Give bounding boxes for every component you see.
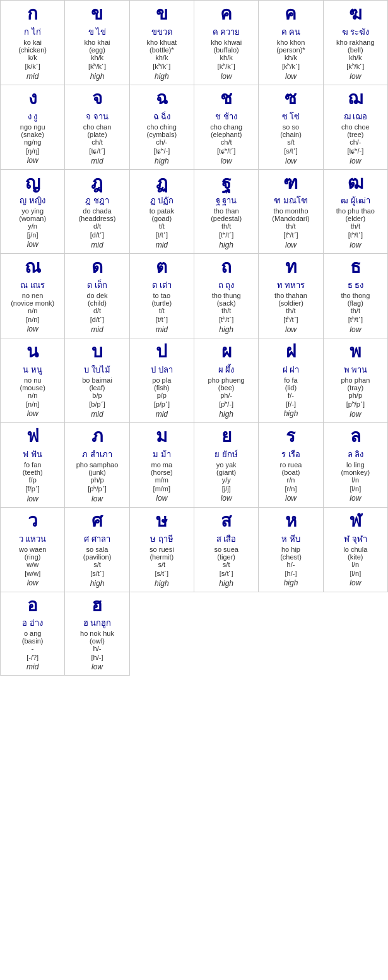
consonant-cell: ซ ซ โซ่ so so (chain) s/t [s/tʼ] low (259, 85, 323, 170)
consonant-cell: ฝ ฝ ฝา fo fa (lid) f/- [f/-] high (259, 338, 323, 423)
roman-name: cho ching (132, 123, 191, 131)
sound: th/t (326, 222, 385, 230)
thai-name: ย ยักษ์ (197, 448, 256, 461)
consonant-cell: ผ ผ ผึ้ง pho phueng (bee) ph/- [pʰ/-] hi… (194, 338, 259, 423)
consonant-cell: ฒ ฒ ผู้เฒ่า tho phu thao (elder) th/t [t… (324, 170, 388, 254)
ipa: [f/pʼ] (3, 485, 62, 493)
roman-name: bo baimai (68, 376, 126, 384)
meaning: (chicken) (3, 46, 62, 54)
tone: high (197, 579, 256, 588)
roman-name: no nu (3, 376, 62, 384)
sound: ch/t (197, 138, 256, 146)
tone: mid (68, 157, 126, 165)
consonant-cell: ม ม ม้า mo ma (horse) m/m [m/m] low (130, 423, 194, 508)
thai-name: ฉ ฉิ่ง (132, 110, 191, 123)
roman-name: lo chula (326, 546, 385, 553)
consonant-cell: ฎ ฎ ชฎา do chada (headdress) d/t [d/tʼ] … (65, 170, 129, 254)
tone: low (3, 156, 62, 165)
thai-large: ท (261, 258, 320, 277)
tone: low (261, 325, 320, 334)
thai-name: ม ม้า (132, 448, 191, 461)
thai-name: ท ทหาร (261, 278, 320, 292)
consonant-cell: ศ ศ ศาลา so sala (pavilion) s/t [s/tʼ] h… (65, 508, 129, 592)
meaning: (lid) (261, 384, 320, 391)
roman-name: do chada (68, 207, 126, 215)
meaning: (owl) (68, 637, 126, 645)
ipa: [h/-] (261, 570, 320, 577)
sound: w/w (3, 561, 62, 568)
roman-name: cho chang (197, 123, 256, 131)
thai-large: ซ (261, 89, 320, 109)
meaning: (junk) (68, 469, 126, 476)
roman-name: fo fa (261, 376, 320, 384)
thai-large: อ (3, 596, 62, 616)
roman-name: kho khuat (132, 39, 191, 46)
meaning: (mouse) (3, 384, 62, 391)
thai-large: พ (326, 342, 385, 362)
sound: y/y (197, 476, 256, 484)
meaning: (flag) (326, 299, 385, 307)
thai-name: ซ โซ่ (261, 110, 320, 123)
roman-name: kho khon (261, 39, 320, 46)
meaning: (tray) (326, 384, 385, 391)
ipa: [n/n] (3, 316, 62, 323)
ipa: [l/n] (326, 570, 385, 577)
roman-name: tho phu thao (326, 207, 385, 215)
tone: low (326, 578, 385, 587)
tone: low (261, 494, 320, 503)
sound: kh/k (68, 54, 126, 61)
ipa: [b/pʼ] (68, 400, 126, 409)
tone: low (197, 72, 256, 81)
ipa: [r/n] (261, 485, 320, 493)
thai-large: ส (197, 511, 256, 531)
meaning: (egg) (68, 46, 126, 54)
thai-large: ช (197, 89, 256, 109)
consonant-cell: ย ย ยักษ์ yo yak (giant) y/y [j/j] low (194, 423, 259, 508)
tone: high (68, 72, 126, 81)
thai-name: ฐ ฐาน (197, 194, 256, 207)
meaning: (snake) (3, 131, 62, 138)
sound: ph/- (197, 391, 256, 399)
ipa: [l/n] (326, 485, 385, 493)
tone: high (261, 578, 320, 587)
consonant-cell: ร ร เรือ ro ruea (boat) r/n [r/n] low (259, 423, 323, 508)
meaning: (elder) (326, 215, 385, 222)
sound: th/t (326, 307, 385, 314)
roman-name: tho thahan (261, 292, 320, 299)
thai-name: ธ ธง (326, 278, 385, 292)
thai-large: น (3, 342, 62, 362)
thai-large: ข (132, 4, 191, 24)
thai-name: ษ ฤาษี (132, 532, 191, 546)
meaning: (bottle)* (132, 46, 191, 54)
tone: mid (3, 662, 62, 671)
sound: th/t (197, 307, 256, 314)
thai-name: ถ ถุง (197, 278, 256, 292)
meaning: (woman) (3, 215, 62, 222)
consonant-cell: ฐ ฐ ฐาน tho than (pedestal) th/t [tʰ/tʼ]… (194, 170, 259, 254)
sound: - (3, 645, 62, 652)
sound: s/t (68, 561, 126, 568)
meaning: (tiger) (197, 553, 256, 561)
tone: low (3, 494, 62, 503)
meaning: (sack) (197, 299, 256, 307)
tone: high (132, 157, 191, 165)
thai-large: ร (261, 427, 320, 446)
roman-name: to tao (132, 292, 191, 299)
roman-name: pho phueng (197, 376, 256, 384)
meaning: (teeth) (3, 469, 62, 476)
sound: kh/k (197, 54, 256, 61)
sound: l/n (326, 476, 385, 484)
tone: high (197, 241, 256, 249)
consonant-cell: ถ ถ ถุง tho thung (sack) th/t [tʰ/tʼ] hi… (194, 254, 259, 338)
ipa: [s/tʼ] (132, 570, 191, 578)
roman-name: wo waen (3, 546, 62, 553)
ipa: [tɕʰ/-] (132, 147, 191, 155)
tone: low (68, 662, 126, 671)
consonant-cell: ป ป ปลา po pla (fish) p/p [p/pʼ] mid (130, 338, 194, 423)
thai-large: ฌ (326, 89, 385, 109)
consonant-cell: ฟ ฟ ฟัน fo fan (teeth) f/p [f/pʼ] low (1, 423, 65, 508)
thai-name: ฎ ชฎา (68, 194, 126, 207)
meaning: (fish) (132, 384, 191, 391)
meaning: (tree) (326, 131, 385, 138)
consonant-cell: ภ ภ สำเภา pho samphao (junk) ph/p [pʰ/pʼ… (65, 423, 129, 508)
